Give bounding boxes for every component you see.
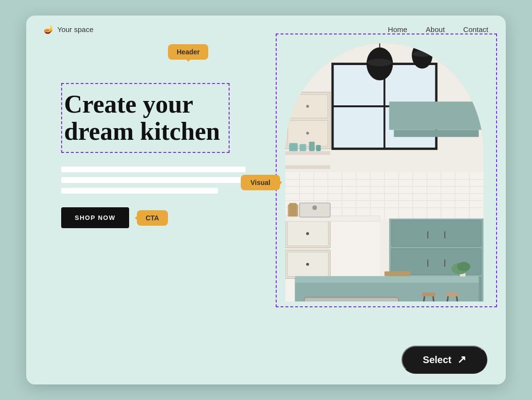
svg-point-50 [306,263,309,266]
svg-rect-57 [394,130,479,137]
header-tooltip: Header [168,44,208,60]
svg-rect-24 [316,145,321,151]
svg-rect-67 [295,276,479,283]
svg-rect-68 [422,293,435,297]
text-line-1 [61,167,246,172]
svg-rect-22 [299,144,306,151]
svg-rect-55 [289,203,297,216]
brand-name: Your space [57,25,94,33]
shop-now-button[interactable]: SHOP NOW [61,207,129,228]
navbar: 🪔 Your space Home About Contact [26,16,506,34]
svg-point-53 [312,205,317,210]
brand-icon: 🪔 [44,24,54,34]
hero-right [280,39,488,340]
svg-point-18 [306,132,309,134]
svg-rect-19 [285,151,330,155]
svg-rect-76 [384,271,410,276]
svg-rect-21 [289,143,298,151]
svg-point-17 [306,105,309,108]
headline-line1: Create your [64,90,193,118]
svg-rect-59 [392,220,482,246]
text-line-3 [61,188,218,194]
svg-point-13 [437,43,454,59]
svg-point-8 [367,59,392,67]
select-button-label: Select [423,354,451,366]
svg-rect-72 [446,293,459,297]
svg-rect-20 [285,165,330,169]
nav-contact[interactable]: Contact [463,25,488,33]
headline-box: Create your dream kitchen [61,83,230,153]
cursor-icon: ↗ [457,353,466,366]
cta-area: SHOP NOW CTA [61,207,280,228]
select-button[interactable]: Select ↗ [401,346,487,374]
text-line-2 [61,177,246,183]
svg-rect-52 [299,203,330,217]
nav-home[interactable]: Home [388,25,407,33]
hero-left: Header Create your dream kitchen SHOP NO… [61,44,280,228]
svg-rect-81 [304,297,399,301]
kitchen-image-container [285,43,483,301]
brand: 🪔 Your space [44,24,94,34]
visual-tooltip: Visual [241,175,280,190]
nav-links: Home About Contact [388,25,488,33]
svg-rect-56 [389,101,483,130]
headline-line2: dream kitchen [64,117,220,145]
svg-rect-23 [309,142,315,151]
cta-tooltip: CTA [137,210,168,226]
svg-point-47 [306,232,309,235]
body-text-placeholder [61,167,246,194]
headline: Create your dream kitchen [64,91,220,145]
nav-about[interactable]: About [426,25,445,33]
svg-point-79 [457,262,470,271]
browser-card: 🪔 Your space Home About Contact Header C… [26,16,506,384]
hero-section: Header Create your dream kitchen SHOP NO… [26,34,506,375]
svg-point-11 [413,51,432,57]
